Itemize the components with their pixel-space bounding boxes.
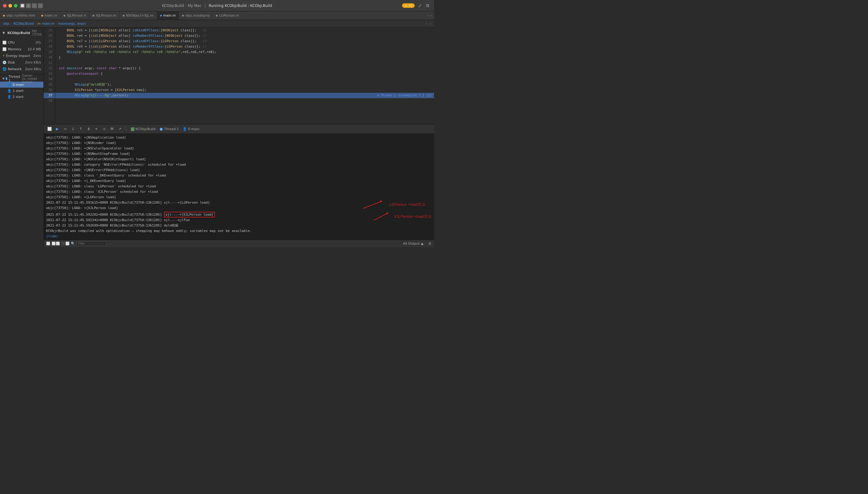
- line-numbers: 25 26 27 28 29 30 31 32 33 34 35 36 37 3…: [44, 28, 55, 124]
- console-line-11: objc[73750]: LOAD: class 'XJLPerson' sch…: [46, 189, 431, 195]
- breadbar-func[interactable]: main(argc, argv): [58, 22, 86, 25]
- line-num-27: 27: [44, 39, 55, 44]
- disk-icon: 💿: [2, 60, 7, 64]
- tab-xjlperson-m[interactable]: XJLPerson.m: [90, 12, 119, 20]
- debug-continue-btn[interactable]: ▶: [54, 126, 60, 132]
- debug-step-out-btn[interactable]: ↑: [77, 126, 84, 132]
- thread-1-start-label: 1 start: [13, 89, 23, 93]
- thread-1-item[interactable]: ▼ Thread 1 Queue: co...hread (serial): [0, 76, 43, 82]
- code-line-25: BOOL re5 = [(id)[NSObject alloc] isKindO…: [55, 28, 434, 33]
- warning-badge[interactable]: ⚠ 35: [402, 3, 415, 8]
- console-area[interactable]: objc[73750]: LOAD: +[NSApplication load]…: [44, 134, 434, 240]
- thread-sub-icon2: 👤: [7, 89, 12, 93]
- sidebar: ▼ KCObjcBuild PID 73750 ℹ ··· ⬜ CPU 0% ⬜…: [0, 28, 44, 247]
- nav-forward-icon[interactable]: ›: [38, 3, 43, 8]
- line-num-37: 37: [44, 93, 55, 98]
- debug-bc-thread-icon: 1: [160, 127, 163, 131]
- tab-nav-left[interactable]: ‹: [427, 14, 428, 17]
- traffic-lights: [0, 4, 17, 7]
- output-arrow-icon: ▲: [421, 242, 423, 246]
- statusbar-layout-icon2[interactable]: ⬜⬜: [52, 242, 60, 246]
- expand-icon[interactable]: ›: [430, 22, 431, 25]
- breadbar-objc[interactable]: objc: [3, 22, 10, 25]
- network-label: 🌐 Network: [2, 67, 25, 71]
- debug-step-over-btn[interactable]: ⤼: [62, 126, 69, 132]
- debug-viewhier-btn[interactable]: ⎋: [101, 126, 108, 132]
- collapse-icon[interactable]: ‹: [426, 22, 427, 25]
- sidebar-toggle-icon[interactable]: ⬜: [20, 3, 25, 8]
- tab-dot: [3, 15, 5, 17]
- maximize-icon[interactable]: ⤢: [417, 3, 423, 8]
- code-line-29: NSLog(@" re5 :%hhd\n re6 :%hhd\n re7 :%h…: [55, 50, 434, 55]
- output-selector[interactable]: All Output ▲: [403, 242, 423, 246]
- tab-xjlperson-h[interactable]: XJLPerson.h: [60, 12, 90, 20]
- debug-breadcrumb: KCObjcBuild › 1 Thread 1 › 👤 0 main: [131, 127, 200, 131]
- debug-mem-btn[interactable]: M: [109, 126, 115, 132]
- statusbar-layout-icon1[interactable]: ⬜: [46, 242, 50, 246]
- filter-input[interactable]: [76, 241, 106, 246]
- debug-bc-thread: Thread 1: [164, 127, 179, 131]
- breakpoint-indicator: ≡ Thread 1: breakpoint 7.1 (1): [377, 93, 431, 98]
- energy-label: ⚡ Energy Impact: [2, 54, 34, 58]
- tab-dot: [41, 15, 43, 17]
- breadcrumb-mac: My Mac: [188, 4, 202, 8]
- output-label: All Output: [403, 242, 420, 246]
- breadbar-mainm[interactable]: main.m: [42, 22, 55, 25]
- tab-main-first[interactable]: main.m: [38, 12, 60, 20]
- code-line-26: BOOL re6 = [(id)[NSObject alloc] isMembe…: [55, 33, 434, 39]
- code-content[interactable]: BOOL re5 = [(id)[NSObject alloc] isKindO…: [55, 28, 434, 124]
- debug-step-into-btn[interactable]: ↓: [70, 126, 76, 132]
- perf-energy: ⚡ Energy Impact Zero: [0, 52, 43, 59]
- tab-xcodeproj[interactable]: objc.xcodeproj: [179, 12, 213, 20]
- xjlperson-annotation: XJLPerson +load方法: [373, 212, 431, 221]
- breadbar-kcobjcbuild[interactable]: KCObjcBuild: [14, 22, 34, 25]
- code-line-27: BOOL re7 = [(id)[LGPerson alloc] isKindO…: [55, 39, 434, 44]
- code-line-37: NSLog(@"xjl----%@",person); ≡ Thread 1: …: [55, 93, 434, 98]
- close-button[interactable]: [3, 4, 7, 7]
- xjlperson-log-prefix: 2021-07-22 15:11:45.592202+0800 KCObjcBu…: [46, 212, 215, 217]
- memory-value: 10.4 MB: [27, 47, 41, 51]
- tab-dot: [160, 15, 162, 17]
- code-line-32: int main(int argc, const char * argv[]) …: [55, 66, 434, 71]
- tabbar: objc-runtime.mm main.m XJLPerson.h XJLPe…: [0, 12, 434, 20]
- sidebar-app-name: KCObjcBuild: [7, 31, 30, 35]
- thread-1-start[interactable]: 👤 1 start: [0, 88, 43, 94]
- window-controls: ⬜ ⊞ ‹ ›: [17, 3, 43, 8]
- debug-pause-btn[interactable]: ⏸: [85, 126, 92, 132]
- svg-line-3: [363, 202, 381, 208]
- network-icon: 🌐: [2, 67, 7, 71]
- tab-main-active[interactable]: main.m: [157, 12, 179, 20]
- code-line-36: XJLPerson *person = [XJLPerson new];: [55, 87, 434, 93]
- tab-lgperson[interactable]: LGPerson.m: [213, 12, 242, 20]
- minimize-button[interactable]: [8, 4, 12, 7]
- debug-bc-appname: KCObjcBuild: [131, 127, 155, 131]
- console-lgperson-log: 2021-07-22 15:11:45.591615+0800 KCObjcBu…: [46, 200, 210, 205]
- statusbar-layout-icon3[interactable]: ⬛⬜: [61, 242, 70, 246]
- console-line-1: objc[73750]: LOAD: +[NSApplication load]: [46, 135, 431, 140]
- sidebar-app-triangle[interactable]: ▼: [2, 31, 5, 35]
- tab-objc-runtime[interactable]: objc-runtime.mm: [0, 12, 38, 20]
- debug-share-btn[interactable]: ↗: [117, 126, 123, 132]
- code-line-38: [55, 98, 434, 103]
- thread-2-start[interactable]: 👤 2 start: [0, 94, 43, 100]
- nav-back-icon[interactable]: ‹: [32, 3, 37, 8]
- split-icon[interactable]: ⧉: [425, 3, 430, 8]
- fullscreen-button[interactable]: [14, 4, 17, 7]
- cpu-icon: ⬜: [2, 41, 7, 44]
- debug-addexpr-btn[interactable]: +: [93, 126, 100, 132]
- tab-nav-right[interactable]: ›: [430, 14, 431, 17]
- tab-nsobject-xjl[interactable]: NSObject+XJL.m: [119, 12, 157, 20]
- tab-label: objc-runtime.mm: [6, 14, 35, 17]
- perf-network: 🌐 Network Zero KB/s: [0, 66, 43, 72]
- breadbar-sep2: ›: [35, 22, 36, 25]
- thread-0-main-label: 0 main: [13, 83, 24, 87]
- line-num-35: 35: [44, 82, 55, 87]
- breadcrumb-appname: KCObjcBuild: [162, 4, 184, 8]
- cpu-label: ⬜ CPU: [2, 41, 36, 44]
- trash-icon[interactable]: 🗑: [428, 242, 431, 246]
- grid-icon[interactable]: ⊞: [26, 3, 31, 8]
- line-num-31: 31: [44, 60, 55, 66]
- line-num-28: 28: [44, 44, 55, 50]
- debug-hide-btn[interactable]: ⬜: [46, 126, 53, 132]
- debug-bc-main: 0 main: [188, 127, 200, 131]
